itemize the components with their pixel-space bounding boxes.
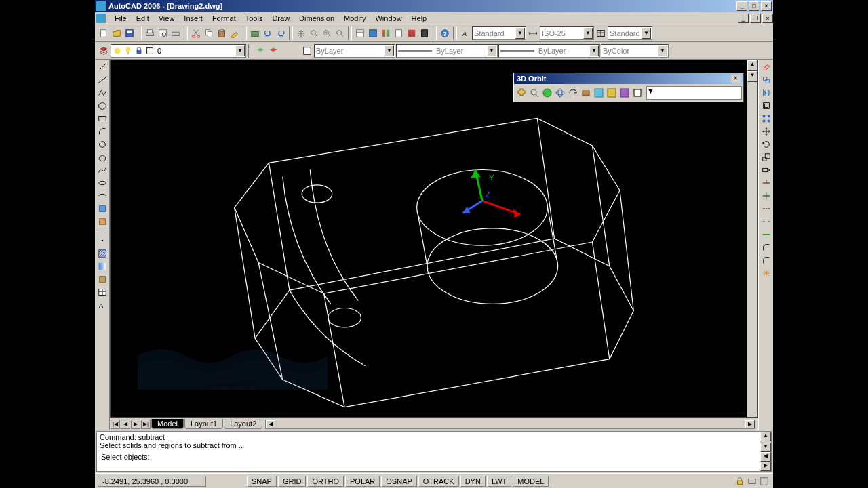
tab-nav-last[interactable]: ▶| — [141, 420, 151, 429]
color-control-icon[interactable] — [301, 44, 313, 58]
color-combo[interactable]: ByLayer▼ — [314, 44, 395, 58]
scroll-up-button[interactable]: ▲ — [747, 60, 757, 71]
menu-edit[interactable]: Edit — [132, 14, 154, 23]
cmd-scroll-left[interactable]: ◀ — [760, 452, 771, 462]
orbit-swivel-button[interactable] — [567, 86, 579, 100]
spline-tool[interactable] — [96, 164, 108, 176]
save-button[interactable] — [123, 26, 136, 40]
new-button[interactable] — [98, 26, 110, 40]
break-tool[interactable] — [760, 216, 772, 228]
command-window[interactable]: Command: subtract Select solids and regi… — [96, 431, 772, 472]
paste-button[interactable] — [216, 26, 228, 40]
orbit-back-clip-button[interactable] — [618, 86, 631, 100]
line-tool[interactable] — [96, 61, 108, 73]
erase-tool[interactable] — [760, 61, 772, 73]
menu-view[interactable]: View — [154, 14, 180, 23]
drawing-canvas[interactable]: Y Z OceanofEXE 3D Orbit — [110, 60, 758, 418]
properties-button[interactable] — [354, 26, 366, 40]
dim-style-icon[interactable] — [527, 26, 539, 40]
make-block-tool[interactable] — [96, 216, 108, 228]
construction-line-tool[interactable] — [96, 74, 108, 86]
status-clean-screen-icon[interactable] — [758, 474, 770, 488]
orbit-toolbar[interactable]: 3D Orbit × — [513, 73, 744, 102]
tab-layout1[interactable]: Layout1 — [184, 419, 223, 429]
markup-button[interactable] — [406, 26, 418, 40]
scale-tool[interactable] — [760, 151, 772, 163]
cmd-scroll-up[interactable]: ▲ — [760, 432, 771, 441]
canvas-vscroll[interactable]: ▲ ▼ — [747, 60, 757, 417]
move-tool[interactable] — [760, 125, 772, 138]
copy-button[interactable] — [203, 26, 215, 40]
layer-manager-button[interactable] — [98, 44, 110, 58]
fillet-tool[interactable] — [760, 254, 772, 266]
orbit-close-button[interactable]: × — [731, 75, 741, 83]
ellipse-arc-tool[interactable] — [96, 190, 108, 202]
menu-window[interactable]: Window — [370, 14, 406, 23]
tab-nav-prev[interactable]: ◀ — [121, 420, 130, 429]
toggle-dyn[interactable]: DYN — [460, 476, 486, 487]
toggle-model[interactable]: MODEL — [513, 476, 549, 487]
toggle-polar[interactable]: POLAR — [345, 476, 380, 487]
orbit-clip-button[interactable] — [593, 86, 605, 100]
tab-nav-next[interactable]: ▶ — [131, 420, 140, 429]
redo-button[interactable] — [275, 26, 287, 40]
mdi-minimize-button[interactable]: _ — [738, 14, 749, 23]
dim-style-combo[interactable]: ISO-25▼ — [540, 26, 594, 40]
layer-previous-button[interactable] — [254, 44, 267, 58]
orbit-zoom-button[interactable] — [528, 86, 540, 100]
menu-file[interactable]: File — [110, 14, 132, 23]
orbit-3d-button[interactable] — [541, 86, 553, 100]
layer-combo[interactable]: 0 ▼ — [111, 44, 246, 58]
rectangle-tool[interactable] — [96, 113, 108, 125]
cmd-scroll-down[interactable]: ▼ — [760, 443, 771, 452]
array-tool[interactable] — [760, 113, 772, 125]
coordinate-display[interactable]: -8.2491, 25.3960 , 0.0000 — [98, 476, 206, 487]
chamfer-tool[interactable] — [760, 241, 772, 253]
offset-tool[interactable] — [760, 100, 772, 112]
orbit-continuous-button[interactable] — [554, 86, 566, 100]
toggle-snap[interactable]: SNAP — [247, 476, 277, 487]
insert-block-tool[interactable] — [96, 203, 108, 215]
text-style-combo[interactable]: Standard▼ — [472, 26, 526, 40]
region-tool[interactable] — [96, 273, 108, 285]
menu-format[interactable]: Format — [208, 14, 241, 23]
hscroll-left-button[interactable]: ◀ — [266, 420, 275, 428]
linetype-combo[interactable]: ByLayer▼ — [396, 44, 498, 58]
table-tool[interactable] — [96, 286, 108, 298]
polygon-tool[interactable] — [96, 100, 108, 112]
maximize-button[interactable]: □ — [749, 1, 760, 11]
join-tool[interactable] — [760, 228, 772, 241]
tab-layout2[interactable]: Layout2 — [224, 419, 262, 429]
match-properties-button[interactable] — [229, 26, 241, 40]
canvas-hscroll[interactable]: ◀ ▶ — [265, 420, 755, 429]
pan-button[interactable] — [295, 26, 307, 40]
publish-button[interactable] — [170, 26, 182, 40]
status-lock-icon[interactable] — [734, 474, 746, 488]
undo-button[interactable] — [262, 26, 274, 40]
orbit-pan-button[interactable] — [515, 86, 528, 100]
zoom-realtime-button[interactable] — [308, 26, 320, 40]
mdi-close-button[interactable]: × — [762, 14, 773, 23]
zoom-window-button[interactable] — [321, 26, 333, 40]
orbit-view-button[interactable] — [631, 86, 644, 100]
text-style-icon[interactable]: A — [459, 26, 471, 40]
point-tool[interactable] — [96, 235, 108, 247]
break-at-point-tool[interactable] — [760, 203, 772, 215]
tab-nav-first[interactable]: |◀ — [111, 420, 120, 429]
hscroll-right-button[interactable]: ▶ — [745, 420, 755, 428]
cmd-scroll-right[interactable]: ▶ — [760, 462, 771, 471]
ellipse-tool[interactable] — [96, 177, 108, 189]
plot-preview-button[interactable] — [157, 26, 169, 40]
layer-states-button[interactable] — [267, 44, 279, 58]
close-button[interactable]: × — [761, 1, 772, 11]
command-scroll[interactable]: ▲ ▼ ◀ ▶ — [760, 432, 771, 471]
toggle-osnap[interactable]: OSNAP — [381, 476, 417, 487]
menu-insert[interactable]: Insert — [179, 14, 208, 23]
toggle-ortho[interactable]: ORTHO — [307, 476, 344, 487]
tool-palettes-button[interactable] — [380, 26, 392, 40]
orbit-front-clip-button[interactable] — [606, 86, 618, 100]
menu-tools[interactable]: Tools — [241, 14, 268, 23]
mirror-tool[interactable] — [760, 87, 772, 99]
zoom-previous-button[interactable] — [334, 26, 346, 40]
lineweight-combo[interactable]: ByLayer▼ — [498, 44, 600, 58]
